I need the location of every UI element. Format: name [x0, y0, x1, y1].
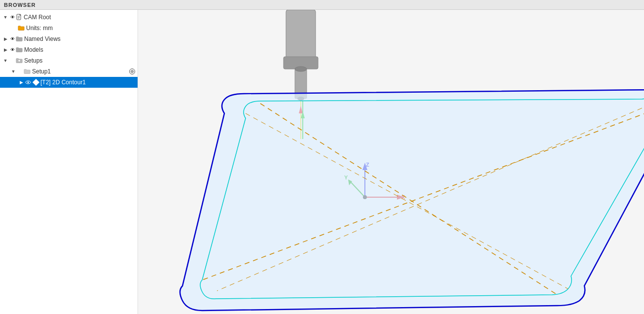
setup1-label: Setup1: [32, 68, 127, 75]
sidebar-item-setups[interactable]: Setups: [0, 55, 138, 66]
svg-point-12: [295, 67, 307, 71]
folder-named-views-icon: [16, 35, 23, 42]
panel-title: BROWSER: [4, 2, 36, 8]
sidebar-item-setup1[interactable]: Setup1: [0, 66, 138, 77]
browser-sidebar: CAM Root Units: mm Named Views: [0, 10, 138, 314]
eye-cam-root[interactable]: [9, 14, 16, 21]
chevron-contour1[interactable]: [18, 79, 25, 86]
contour1-label: [T2] 2D Contour1: [40, 79, 136, 86]
sidebar-item-named-views[interactable]: Named Views: [0, 34, 138, 44]
folder-yellow-icon: [18, 25, 25, 32]
viewport-canvas: Z Y X: [138, 10, 644, 314]
sidebar-item-contour1[interactable]: [T2] 2D Contour1: [0, 77, 138, 88]
target-icon[interactable]: [129, 68, 136, 75]
svg-point-6: [132, 71, 133, 72]
viewport[interactable]: Z Y X: [138, 10, 644, 314]
svg-rect-9: [286, 10, 316, 59]
main-layout: CAM Root Units: mm Named Views: [0, 10, 644, 314]
chevron-cam-root[interactable]: [2, 14, 9, 21]
browser-panel-header: BROWSER: [0, 0, 644, 10]
chevron-setup1[interactable]: [10, 68, 17, 75]
setups-label: Setups: [24, 57, 136, 64]
file-icon: [16, 14, 23, 21]
models-label: Models: [24, 46, 136, 53]
svg-point-8: [28, 82, 29, 83]
folder-setups-icon: [16, 57, 23, 64]
sidebar-item-units[interactable]: Units: mm: [0, 23, 138, 34]
eye-named-views[interactable]: [9, 35, 16, 42]
named-views-label: Named Views: [24, 35, 136, 42]
chevron-named-views[interactable]: [2, 35, 9, 42]
sidebar-item-cam-root[interactable]: CAM Root: [0, 12, 138, 23]
chevron-setups[interactable]: [2, 57, 9, 64]
eye-contour1-icon[interactable]: [25, 79, 32, 86]
folder-setup1-icon: [24, 68, 31, 75]
chevron-models[interactable]: [2, 46, 9, 53]
cam-root-label: CAM Root: [24, 14, 136, 21]
eye-models[interactable]: [9, 46, 16, 53]
sidebar-item-models[interactable]: Models: [0, 44, 138, 55]
folder-models-icon: [16, 46, 23, 53]
units-label: Units: mm: [26, 25, 136, 32]
